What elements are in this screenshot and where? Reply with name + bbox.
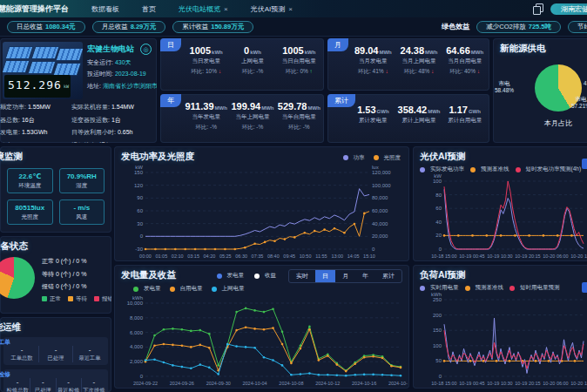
- ops-item: -最近工单: [72, 346, 106, 362]
- period-day[interactable]: 日: [315, 270, 335, 282]
- energy-title: 发电量及收益: [114, 265, 183, 283]
- svg-text:60: 60: [435, 206, 442, 211]
- tab-pv-overview[interactable]: 光伏电站概览 ×: [179, 4, 228, 14]
- kpi-label: 减少CO2排放: [486, 23, 525, 30]
- period-year[interactable]: 年: [355, 270, 375, 282]
- svg-text:10-19 00:45: 10-19 00:45: [459, 253, 484, 259]
- power-chart-title: 发电功率及光照度: [114, 146, 201, 165]
- station-switch-icon[interactable]: ◎: [140, 44, 152, 55]
- svg-text:lux: lux: [372, 165, 379, 170]
- ops-item: -最近检修: [56, 378, 81, 392]
- svg-text:00:00: 00:00: [139, 253, 152, 259]
- energy-income-panel: 发电量及收益 发电量 收益 实时 日 月 年 累计 发电量 自用电量 上网电量 …: [114, 265, 409, 389]
- svg-text:04:20: 04:20: [204, 253, 216, 259]
- svg-text:07:35: 07:35: [252, 253, 264, 259]
- kpi-value: 150.89万元: [211, 23, 244, 30]
- supply-title: 新能源供电: [493, 38, 587, 57]
- card-month: 月 89.04MWh当月发电量环比: 41% ↓ 24.38MWh当月上网电量环…: [327, 38, 489, 91]
- svg-text:10-19 00:45: 10-19 00:45: [459, 381, 484, 386]
- svg-text:2024-10-20: 2024-10-20: [388, 381, 408, 386]
- env-tile-temperature: 22.6℃环境温度: [7, 168, 53, 193]
- card-day: 日 1005kWh当日发电量环比: 10% ↓ 0kWh上网电量环比: -% 1…: [160, 38, 324, 91]
- legend-self-use[interactable]: 自用电量: [170, 285, 203, 293]
- svg-text:150: 150: [433, 328, 442, 333]
- svg-text:10-20 06:00: 10-20 06:00: [543, 253, 568, 259]
- station-commission-date: 投运时间: 2023-08-19: [87, 70, 152, 78]
- legend-income[interactable]: 收益: [254, 272, 276, 280]
- supply-panel: 新能源供电 市电58.48% 光伏41.52% 本月占比: [493, 38, 587, 143]
- svg-text:2024-09-26: 2024-09-26: [170, 381, 194, 386]
- document-copy-icon[interactable]: [533, 3, 543, 14]
- ops-group-workorder: 工单 -工单总数 -已处理 -最近工单: [3, 337, 108, 365]
- clipped-button[interactable]: [582, 159, 587, 169]
- svg-text:40: 40: [435, 220, 442, 225]
- legend-grid-feed[interactable]: 上网电量: [212, 285, 245, 293]
- svg-text:120,000: 120,000: [372, 170, 391, 175]
- svg-text:08:40: 08:40: [267, 253, 280, 259]
- svg-text:06:30: 06:30: [235, 253, 247, 259]
- tab-close-icon[interactable]: ×: [288, 5, 293, 13]
- nav-data-board[interactable]: 数据看板: [91, 4, 119, 14]
- svg-text:01:05: 01:05: [155, 253, 167, 259]
- svg-text:-30: -30: [135, 247, 143, 252]
- tab-pv-ai[interactable]: 光伏AI预测 ×: [251, 4, 293, 14]
- svg-text:kW: kW: [434, 173, 442, 179]
- svg-text:80: 80: [435, 193, 442, 198]
- station-safe-days: 安全运行: 430天: [87, 58, 152, 67]
- card-year: 年 911.39MWh当年发电量环比: -% 199.94MWh当年上网电量环比…: [160, 94, 324, 143]
- svg-text:4,000: 4,000: [130, 344, 144, 349]
- dashboard-screen: 智慧能源管理操作平台 数据看板 首页 光伏电站概览 × 光伏AI预测 × 湖南宏…: [0, 0, 587, 392]
- period-month[interactable]: 月: [335, 270, 355, 282]
- period-button-group: 实时 日 月 年 累计: [288, 269, 402, 283]
- svg-text:10-19 10:30: 10-19 10:30: [487, 253, 512, 259]
- supply-left-label: 市电58.48%: [495, 80, 514, 95]
- ops-panel: 智能运维 工单 -工单总数 -已处理 -最近工单 检修 -检修总数 -已处理 -…: [0, 317, 111, 392]
- svg-text:60: 60: [137, 208, 143, 213]
- svg-text:10-19 20:15: 10-19 20:15: [515, 381, 540, 386]
- legend-generation[interactable]: 发电量: [217, 272, 245, 280]
- environment-panel: 环境监测 22.6℃环境温度 70.9%RH湿度 80515lux光照度 - m…: [0, 146, 111, 233]
- ops-group-maintenance: 检修 -检修总数 -已处理 -最近检修 -下次维修: [3, 369, 108, 392]
- led-value: 512.296: [8, 78, 62, 91]
- svg-text:100,000: 100,000: [372, 183, 391, 188]
- svg-text:250: 250: [433, 297, 442, 302]
- legend-normal[interactable]: 正常: [42, 295, 61, 303]
- status-row-waiting: 等待 0 (个) / 0 %: [42, 270, 111, 279]
- station-selector-button[interactable]: 湖南宏健生物电站: [550, 3, 587, 15]
- power-led-display: 512.296kW: [4, 75, 71, 98]
- legend-gen-energy[interactable]: 发电量: [133, 285, 161, 293]
- period-realtime[interactable]: 实时: [289, 270, 315, 282]
- station-name: 宏健生物电站 ◎: [87, 44, 152, 55]
- top-header: 智慧能源管理操作平台 数据看板 首页 光伏电站概览 × 光伏AI预测 × 湖南宏…: [0, 0, 587, 17]
- svg-text:kWh: kWh: [431, 292, 442, 297]
- nav-home[interactable]: 首页: [142, 4, 156, 14]
- kpi-total-income: 累计收益150.89万元: [172, 21, 253, 33]
- legend-waiting[interactable]: 等待: [68, 295, 87, 303]
- supply-caption: 本月占比: [531, 118, 585, 128]
- svg-text:90: 90: [137, 195, 143, 200]
- legend-error[interactable]: 报错: [94, 295, 111, 303]
- kpi-value: 1080.34元: [45, 23, 76, 30]
- svg-text:10:50: 10:50: [300, 253, 312, 259]
- svg-text:09:45: 09:45: [283, 253, 295, 259]
- kpi-label: 日总收益: [17, 23, 43, 30]
- led-unit: kW: [64, 76, 69, 97]
- svg-text:2,000: 2,000: [130, 359, 144, 364]
- svg-text:20: 20: [435, 233, 442, 238]
- svg-text:40,000: 40,000: [372, 221, 388, 226]
- svg-text:200: 200: [433, 313, 442, 318]
- svg-text:0: 0: [140, 233, 144, 239]
- tab-close-icon[interactable]: ×: [224, 5, 228, 13]
- app-title: 智慧能源管理操作平台: [0, 3, 69, 15]
- clipped-button[interactable]: [582, 282, 587, 293]
- svg-text:10-20 15:45: 10-20 15:45: [570, 381, 587, 386]
- period-total[interactable]: 累计: [375, 270, 401, 282]
- legend-irradiance[interactable]: 光照度: [374, 154, 401, 162]
- svg-text:0: 0: [140, 374, 144, 379]
- svg-text:13:00: 13:00: [331, 253, 343, 259]
- svg-text:100: 100: [433, 179, 442, 184]
- ops-item: -工单总数: [5, 346, 38, 362]
- legend-power[interactable]: 功率: [343, 154, 365, 162]
- svg-text:0: 0: [439, 374, 442, 379]
- ops-item: -已处理: [38, 346, 72, 362]
